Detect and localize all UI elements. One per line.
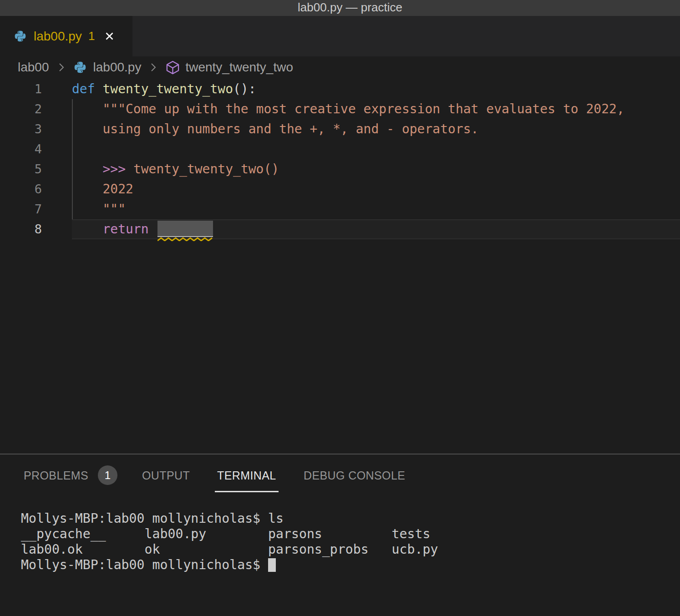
code-text: def twenty_twenty_two(): xyxy=(72,79,256,99)
line-number: 1 xyxy=(0,79,42,99)
window-title: lab00.py — practice xyxy=(298,0,402,14)
terminal-line: Mollys-MBP:lab00 mollynicholas$ ls xyxy=(21,511,438,526)
bottom-panel: PROBLEMS 1 OUTPUT TERMINAL DEBUG CONSOLE… xyxy=(0,454,680,616)
line-number: 3 xyxy=(0,119,42,139)
close-icon[interactable] xyxy=(103,30,116,42)
code-text: return xyxy=(72,219,213,239)
breadcrumb-symbol[interactable]: twenty_twenty_two xyxy=(185,60,293,75)
code-text: """Come up with the most creative expres… xyxy=(72,99,624,119)
line-number: 2 xyxy=(0,99,42,119)
line-number: 6 xyxy=(0,179,42,199)
code-line-4[interactable]: 4 xyxy=(0,139,680,159)
breadcrumb-file[interactable]: lab00.py xyxy=(93,60,142,75)
tab-lab00py[interactable]: lab00.py 1 xyxy=(0,16,132,56)
tab-bar: lab00.py 1 xyxy=(0,16,680,56)
line-number: 4 xyxy=(0,139,42,159)
code-text: """ xyxy=(72,199,126,219)
code-line-3[interactable]: 3 using only numbers and the +, *, and -… xyxy=(0,119,680,139)
terminal-line: Mollys-MBP:lab00 mollynicholas$ xyxy=(21,557,438,573)
code-text: >>> twenty_twenty_two() xyxy=(72,159,279,179)
panel-tab-bar: PROBLEMS 1 OUTPUT TERMINAL DEBUG CONSOLE xyxy=(0,466,680,485)
breadcrumb: lab00 lab00.py twenty_twenty_two xyxy=(0,56,680,78)
line-number: 7 xyxy=(0,199,42,219)
terminal-line: lab00.ok ok parsons_probs ucb.py xyxy=(21,542,438,557)
code-line-8[interactable]: 8 return xyxy=(0,219,680,239)
code-line-5[interactable]: 5 >>> twenty_twenty_two() xyxy=(0,159,680,179)
tab-terminal[interactable]: TERMINAL xyxy=(217,466,276,485)
problems-count-badge: 1 xyxy=(98,465,117,485)
code-line-2[interactable]: 2 """Come up with the most creative expr… xyxy=(0,99,680,119)
chevron-right-icon xyxy=(149,62,157,73)
code-text: using only numbers and the +, *, and - o… xyxy=(72,119,478,139)
active-tab-underline xyxy=(215,491,279,492)
tab-output[interactable]: OUTPUT xyxy=(142,466,190,485)
terminal-cursor xyxy=(268,558,276,572)
python-icon xyxy=(14,30,26,42)
tab-problem-count: 1 xyxy=(88,29,95,43)
line-number: 8 xyxy=(0,219,42,239)
selected-placeholder[interactable] xyxy=(157,221,213,236)
code-line-1[interactable]: 1def twenty_twenty_two(): xyxy=(0,79,680,99)
symbol-cube-icon xyxy=(166,61,180,75)
python-icon xyxy=(74,61,86,74)
tab-file-name: lab00.py xyxy=(34,29,82,44)
tab-problems[interactable]: PROBLEMS xyxy=(24,466,88,485)
code-editor[interactable]: 1def twenty_twenty_two():2 """Come up wi… xyxy=(0,79,680,454)
warning-squiggle xyxy=(157,237,213,241)
line-number: 5 xyxy=(0,159,42,179)
terminal-line: __pycache__ lab00.py parsons tests xyxy=(21,526,438,542)
vscode-window: lab00.py — practice lab00.py 1 lab00 lab… xyxy=(0,0,680,616)
breadcrumb-folder[interactable]: lab00 xyxy=(18,60,49,75)
tab-debug-console[interactable]: DEBUG CONSOLE xyxy=(304,466,405,485)
title-bar[interactable]: lab00.py — practice xyxy=(0,0,680,16)
terminal-output[interactable]: Mollys-MBP:lab00 mollynicholas$ ls __pyc… xyxy=(21,511,438,573)
code-line-6[interactable]: 6 2022 xyxy=(0,179,680,199)
code-line-7[interactable]: 7 """ xyxy=(0,199,680,219)
code-text: 2022 xyxy=(72,179,133,199)
chevron-right-icon xyxy=(57,62,66,73)
